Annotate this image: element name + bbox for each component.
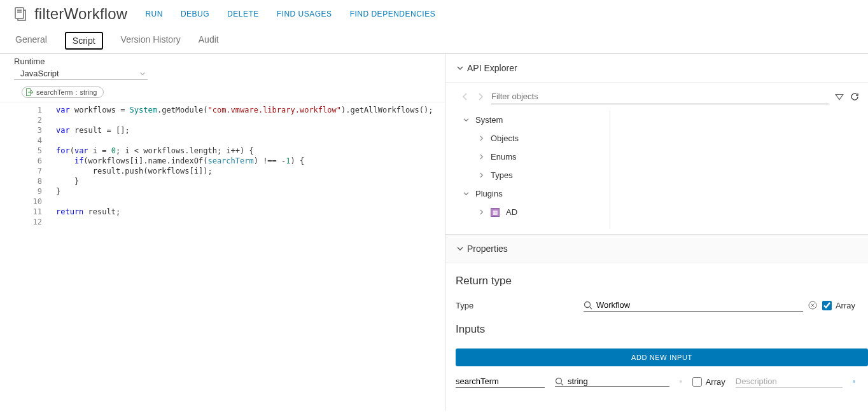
tree-node-plugins[interactable]: Plugins bbox=[461, 184, 610, 203]
input-type-field[interactable] bbox=[555, 376, 669, 387]
param-chip-searchterm[interactable]: searchTerm : string bbox=[22, 86, 104, 98]
param-chip-row: searchTerm : string bbox=[0, 81, 445, 102]
title-area: filterWorkflow bbox=[13, 5, 127, 23]
input-array-check-input[interactable] bbox=[692, 377, 702, 387]
chevron-right-icon bbox=[479, 209, 484, 215]
input-name-field[interactable] bbox=[456, 375, 545, 388]
tab-audit[interactable]: Audit bbox=[199, 32, 219, 53]
tree-node-enums[interactable]: Enums bbox=[461, 148, 610, 166]
api-tree[interactable]: System Objects Enums Types Plugins bbox=[461, 111, 610, 229]
filter-dropdown-icon[interactable] bbox=[835, 92, 844, 101]
api-toolbar bbox=[461, 89, 859, 104]
clear-icon[interactable] bbox=[680, 377, 682, 386]
editor-pane: Runtime JavaScript searchTerm : string 1… bbox=[0, 54, 445, 411]
search-icon bbox=[555, 377, 564, 386]
content: Runtime JavaScript searchTerm : string 1… bbox=[0, 54, 868, 411]
line-gutter: 123456789101112 bbox=[0, 102, 48, 411]
chevron-down-icon bbox=[457, 245, 463, 252]
action-bar: RUN DEBUG DELETE FIND USAGES FIND DEPEND… bbox=[145, 10, 435, 18]
trash-icon[interactable] bbox=[853, 376, 855, 387]
runtime-label: Runtime bbox=[14, 57, 432, 66]
properties-title: Properties bbox=[467, 244, 508, 254]
input-row: Array bbox=[445, 373, 868, 388]
add-new-input-button[interactable]: ADD NEW INPUT bbox=[456, 348, 868, 366]
return-array-check-input[interactable] bbox=[822, 301, 832, 310]
input-array-checkbox[interactable]: Array bbox=[692, 377, 725, 387]
input-description-field[interactable] bbox=[736, 375, 843, 388]
chevron-right-icon bbox=[479, 154, 484, 160]
runtime-value: JavaScript bbox=[20, 69, 59, 78]
input-arrow-icon bbox=[26, 88, 34, 96]
chevron-right-icon bbox=[479, 172, 484, 178]
type-label: Type bbox=[456, 301, 519, 310]
return-array-checkbox[interactable]: Array bbox=[822, 301, 855, 310]
refresh-icon[interactable] bbox=[850, 92, 859, 101]
header: filterWorkflow RUN DEBUG DELETE FIND USA… bbox=[0, 0, 868, 23]
chevron-right-icon bbox=[479, 135, 484, 141]
chevron-down-icon bbox=[457, 65, 463, 71]
return-type-heading: Return type bbox=[445, 263, 868, 294]
chevron-down-icon bbox=[140, 71, 145, 76]
return-type-input[interactable] bbox=[596, 300, 803, 310]
svg-point-4 bbox=[556, 378, 562, 383]
tab-script[interactable]: Script bbox=[65, 32, 103, 50]
nav-forward-icon[interactable] bbox=[476, 92, 485, 101]
nav-back-icon[interactable] bbox=[461, 92, 470, 101]
page-title: filterWorkflow bbox=[34, 5, 127, 23]
tree-node-ad[interactable]: ▦ AD bbox=[461, 203, 610, 221]
return-type-field[interactable] bbox=[584, 299, 803, 312]
svg-point-2 bbox=[584, 301, 590, 307]
delete-action[interactable]: DELETE bbox=[227, 10, 259, 18]
clear-icon[interactable] bbox=[808, 301, 817, 310]
svg-rect-0 bbox=[15, 8, 24, 18]
tab-version-history[interactable]: Version History bbox=[121, 32, 181, 53]
tree-node-system[interactable]: System bbox=[461, 111, 610, 129]
properties-header[interactable]: Properties bbox=[445, 234, 868, 263]
debug-action[interactable]: DEBUG bbox=[181, 10, 209, 18]
chevron-down-icon bbox=[463, 117, 469, 123]
param-chip-type: string bbox=[80, 88, 97, 96]
tree-node-objects[interactable]: Objects bbox=[461, 129, 610, 148]
plugin-badge-icon: ▦ bbox=[491, 208, 500, 217]
search-icon bbox=[584, 301, 592, 310]
runtime-select[interactable]: JavaScript bbox=[14, 67, 148, 80]
api-explorer-title: API Explorer bbox=[467, 63, 517, 73]
code-editor[interactable]: 123456789101112 var workflows = System.g… bbox=[0, 102, 445, 411]
api-explorer-header[interactable]: API Explorer bbox=[445, 54, 868, 83]
find-usages-action[interactable]: FIND USAGES bbox=[277, 10, 332, 18]
api-explorer-body: System Objects Enums Types Plugins bbox=[445, 83, 868, 234]
tab-bar: General Script Version History Audit bbox=[0, 23, 868, 54]
input-type-input[interactable] bbox=[568, 376, 675, 386]
runtime-section: Runtime JavaScript bbox=[0, 54, 445, 81]
filter-objects-input[interactable] bbox=[491, 89, 829, 104]
inputs-heading: Inputs bbox=[445, 312, 868, 342]
tab-general[interactable]: General bbox=[15, 32, 47, 53]
param-chip-name: searchTerm bbox=[36, 88, 73, 96]
code-body[interactable]: var workflows = System.getModule("com.vm… bbox=[48, 102, 445, 411]
chevron-down-icon bbox=[463, 191, 469, 197]
document-icon bbox=[13, 6, 28, 22]
side-panels: API Explorer System Objects bbox=[445, 54, 868, 411]
run-action[interactable]: RUN bbox=[145, 10, 163, 18]
tree-node-types[interactable]: Types bbox=[461, 166, 610, 184]
return-type-row: Type Array bbox=[445, 294, 868, 312]
find-dependencies-action[interactable]: FIND DEPENDENCIES bbox=[350, 10, 436, 18]
